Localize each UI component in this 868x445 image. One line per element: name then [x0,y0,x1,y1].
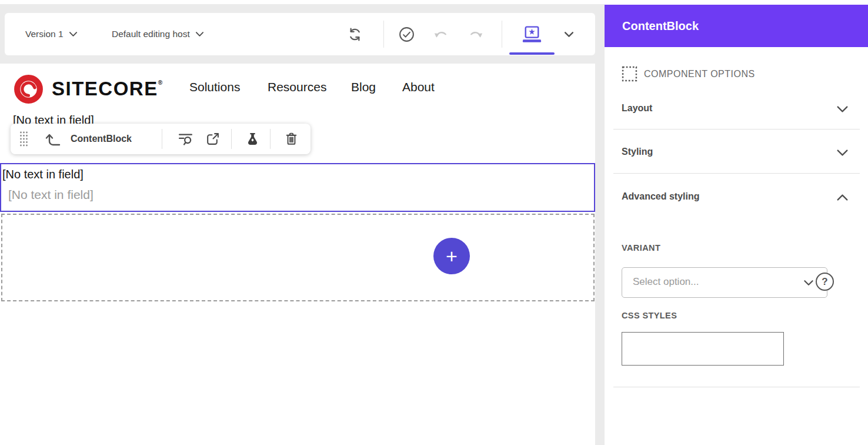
variant-select[interactable]: Select option... [622,267,827,298]
drag-handle-icon [19,131,28,147]
divider [613,387,860,387]
add-component-button[interactable]: + [433,238,470,274]
variant-label: VARIANT [622,243,660,253]
select-parent-arrow-icon [44,130,62,148]
sidebar-header: ContentBlock [605,5,868,47]
chevron-down-icon [69,31,78,37]
component-name-label: ContentBlock [71,124,132,154]
chevron-up-icon [836,194,849,201]
nav-link-solutions[interactable]: Solutions [189,80,240,94]
divider [613,173,860,174]
laptop-star-icon [521,25,543,44]
chevron-down-icon [836,105,849,113]
app-window: Version 1 Default editing host [0,0,868,445]
undo-icon [434,28,450,41]
chevron-down-icon [836,149,849,157]
nav-link-about[interactable]: About [402,80,435,94]
trash-icon [284,131,299,147]
select-parent-button[interactable] [42,124,64,154]
personalization-button[interactable] [241,124,263,154]
search-list-icon [178,132,193,147]
block-text-field[interactable]: [No text in field] [8,188,94,202]
nav-link-blog[interactable]: Blog [351,80,376,94]
component-options-label: COMPONENT OPTIONS [644,69,755,79]
dashed-square-icon [622,66,637,82]
properties-sidebar: ContentBlock COMPONENT OPTIONS Layout St… [605,0,868,445]
delete-component-button[interactable] [281,124,302,154]
brand-text: SITECORE [52,78,158,99]
accordion-layout[interactable]: Layout [605,100,868,120]
redo-button[interactable] [465,13,485,55]
validate-button[interactable] [396,13,416,55]
version-selector[interactable]: Version 1 [25,13,78,55]
version-label: Version 1 [25,29,64,39]
editing-host-label: Default editing host [112,29,190,39]
registered-mark: ® [158,79,162,86]
active-tab-underline [509,52,555,55]
brand-wordmark: SITECORE® [52,78,162,100]
component-toolbar: ContentBlock [11,124,311,154]
chevron-down-icon [564,31,574,38]
check-circle-icon [398,26,415,43]
open-in-explorer-button[interactable] [202,124,223,154]
device-preview-button[interactable] [520,13,543,55]
refresh-icon [347,26,363,42]
open-in-new-icon [205,132,220,147]
toolbar-divider [231,129,232,149]
accordion-advanced-styling[interactable]: Advanced styling [605,188,868,208]
toolbar-divider [270,129,271,149]
contentblock-component[interactable]: [No text in field] [No text in field] [0,163,595,212]
sidebar-title: ContentBlock [622,19,699,33]
chevron-down-icon [195,31,204,37]
accordion-label: Styling [622,147,653,157]
nav-link-resources[interactable]: Resources [268,80,326,94]
block-title-field[interactable]: [No text in field] [2,168,84,181]
toolbar-divider [383,21,384,48]
toolbar-divider [162,129,162,149]
preview-options-button[interactable] [560,13,577,55]
site-header: SITECORE® Solutions Resources Blog About [0,64,595,117]
css-styles-input[interactable] [622,332,784,366]
flask-icon [245,131,260,147]
chevron-down-icon [803,280,814,286]
search-in-list-button[interactable] [174,124,196,154]
page-canvas: SITECORE® Solutions Resources Blog About… [0,64,595,445]
redo-icon [467,28,483,41]
undo-button[interactable] [432,13,452,55]
sitecore-logo-icon[interactable] [12,72,45,106]
editing-host-selector[interactable]: Default editing host [112,13,204,55]
reload-canvas-button[interactable] [345,13,365,55]
component-options-section: COMPONENT OPTIONS [622,66,755,82]
accordion-label: Layout [622,103,652,114]
placeholder-dropzone[interactable] [1,214,595,301]
drag-handle[interactable] [18,124,29,154]
divider [613,129,860,129]
top-toolbar: Version 1 Default editing host [5,13,595,55]
help-button[interactable]: ? [816,273,834,291]
css-styles-label: CSS STYLES [622,311,677,320]
variant-select-value: Select option... [633,276,699,288]
accordion-label: Advanced styling [622,191,699,202]
toolbar-divider [502,21,502,48]
accordion-styling[interactable]: Styling [605,144,868,164]
